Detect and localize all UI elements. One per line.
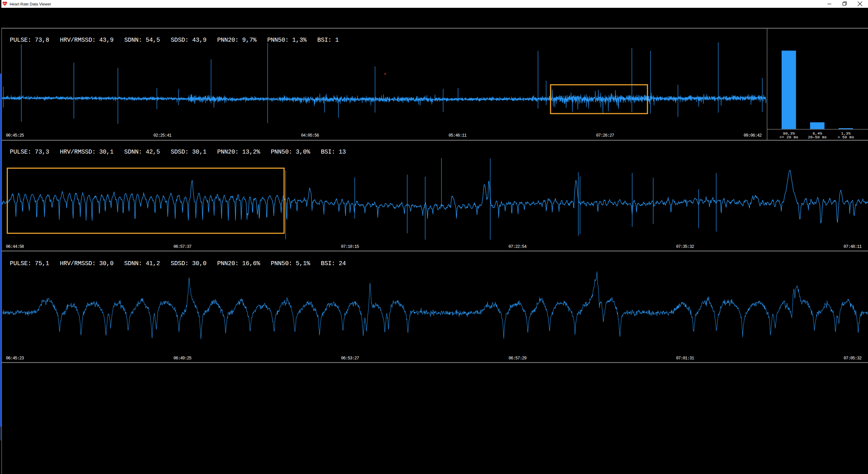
svg-text:06:57:37: 06:57:37	[173, 244, 192, 249]
svg-text:05:46:11: 05:46:11	[449, 133, 467, 138]
svg-text:06:45:23: 06:45:23	[6, 356, 24, 361]
svg-text:07:35:32: 07:35:32	[676, 244, 695, 249]
svg-text:<= 20 ms: <= 20 ms	[780, 135, 799, 139]
svg-text:02:25:41: 02:25:41	[153, 133, 172, 138]
svg-text:07:01:31: 07:01:31	[676, 356, 695, 361]
svg-text:09:06:42: 09:06:42	[744, 133, 762, 138]
svg-text:07:10:15: 07:10:15	[341, 244, 359, 249]
svg-text:07:26:27: 07:26:27	[596, 133, 615, 138]
svg-text:04:05:56: 04:05:56	[301, 133, 319, 138]
svg-text:PULSE: 73,3 HRV/RMSSD: 30,1: PULSE: 73,3 HRV/RMSSD: 30,1 SDNN: 42,5 S…	[10, 149, 346, 155]
svg-text:PULSE: 75,1 HRV/RMSSD: 30,0: PULSE: 75,1 HRV/RMSSD: 30,0 SDNN: 41,2 S…	[10, 260, 346, 267]
svg-text:> 50 ms: > 50 ms	[838, 135, 854, 139]
svg-text:06:44:58: 06:44:58	[6, 244, 24, 249]
svg-text:06:53:27: 06:53:27	[341, 356, 359, 361]
svg-text:07:22:54: 07:22:54	[509, 244, 527, 249]
svg-text:06:57:29: 06:57:29	[509, 356, 527, 361]
svg-text:PULSE: 73,8 HRV/RMSSD: 43,9: PULSE: 73,8 HRV/RMSSD: 43,9 SDNN: 54,5 S…	[10, 37, 339, 43]
svg-text:20–50 ms: 20–50 ms	[808, 135, 827, 139]
svg-text:06:49:25: 06:49:25	[173, 356, 192, 361]
svg-text:Heart Rate Data Viewer: Heart Rate Data Viewer	[10, 2, 51, 6]
svg-text:00:45:25: 00:45:25	[6, 133, 24, 138]
svg-text:07:48:11: 07:48:11	[844, 244, 862, 249]
svg-text:07:05:32: 07:05:32	[844, 356, 862, 361]
